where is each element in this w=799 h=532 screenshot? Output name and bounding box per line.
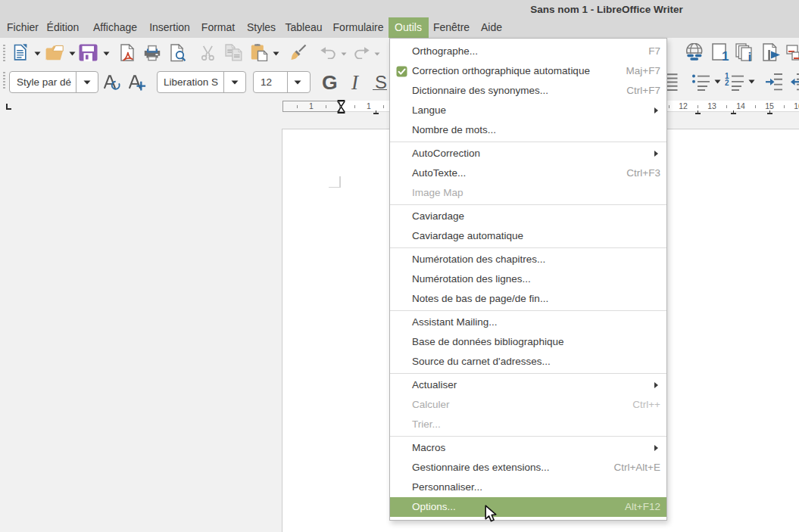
svg-text:2: 2 <box>725 79 729 87</box>
svg-text:i: i <box>748 50 752 62</box>
svg-text:1: 1 <box>722 49 729 61</box>
